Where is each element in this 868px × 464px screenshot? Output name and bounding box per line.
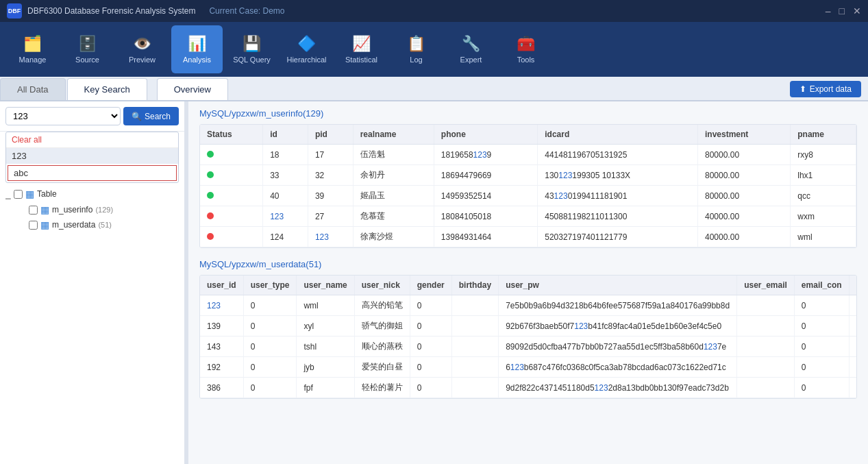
idcard-cell: 431230199411181901 xyxy=(538,186,698,206)
tab-key-search[interactable]: Key Search xyxy=(67,78,147,100)
maximize-icon[interactable]: □ xyxy=(839,5,845,16)
col-user-id: user_id xyxy=(200,276,243,295)
id-cell: 33 xyxy=(263,165,308,186)
user-email-cell xyxy=(737,337,795,357)
search-icon: 🔍 xyxy=(132,112,142,121)
col-user-nick: user_nick xyxy=(354,276,410,295)
email-con-cell: 0 xyxy=(794,316,849,337)
realname-cell: 姬晶玉 xyxy=(353,186,434,206)
sidebar-search-bar: 123 abc 🔍 Search xyxy=(0,101,184,132)
m-userdata-checkbox[interactable] xyxy=(29,221,38,230)
gender-cell: 0 xyxy=(410,337,451,357)
user-nick-cell: 顺心的蒸秩 xyxy=(354,337,410,357)
main-layout: 123 abc 🔍 Search Clear all 123 abc ⎯ ▦ T… xyxy=(0,101,868,464)
user-id-cell: 143 xyxy=(200,337,243,357)
export-label: Export data xyxy=(810,84,852,94)
manage-label: Manage xyxy=(19,56,47,64)
analysis-icon: 📊 xyxy=(188,35,206,53)
section2-link[interactable]: MySQL/ypzxw/m_userdata(51) xyxy=(199,259,857,269)
table-icon: ▦ xyxy=(25,188,34,199)
table-node-checkbox[interactable] xyxy=(14,190,23,199)
user-type-cell: 0 xyxy=(243,316,297,337)
pname-cell: lhx1 xyxy=(791,165,856,186)
col-user-l: user_l xyxy=(849,276,857,295)
tree-collapse-row[interactable]: ⎯ ▦ Table xyxy=(5,188,179,199)
status-cell xyxy=(200,145,263,165)
pid-cell: 27 xyxy=(308,206,353,227)
m-userdata-icon: ▦ xyxy=(40,219,49,230)
clear-all-button[interactable]: Clear all xyxy=(6,132,178,148)
m-userinfo-icon: ▦ xyxy=(40,204,49,215)
pname-cell: wxm xyxy=(791,206,856,227)
minimize-icon[interactable]: – xyxy=(826,5,831,16)
toolbar-item-expert[interactable]: 🔧Expert xyxy=(445,25,497,73)
user-nick-cell: 骄气的御姐 xyxy=(354,316,410,337)
pname-cell: rxy8 xyxy=(791,145,856,165)
id-cell: 18 xyxy=(263,145,308,165)
col-user-pw: user_pw xyxy=(499,276,737,295)
section2-table-wrap: user_id user_type user_name user_nick ge… xyxy=(199,275,857,399)
toolbar-item-analysis[interactable]: 📊Analysis xyxy=(171,25,223,73)
col-realname: realname xyxy=(353,125,434,145)
tools-label: Tools xyxy=(517,56,535,64)
gender-cell: 0 xyxy=(410,357,451,378)
toolbar-item-source[interactable]: 🗄️Source xyxy=(62,25,113,73)
col-status: Status xyxy=(200,125,263,145)
col-birthday: birthday xyxy=(451,276,498,295)
table-row: 40 39 姬晶玉 14959352514 431230199411181901… xyxy=(200,186,856,206)
birthday-cell xyxy=(451,295,498,316)
user-name-cell: jyb xyxy=(297,357,354,378)
birthday-cell xyxy=(451,316,498,337)
toolbar-item-hierarchical[interactable]: 🔷Hierarchical xyxy=(281,25,332,73)
tab-all-data[interactable]: All Data xyxy=(0,78,66,100)
hierarchical-icon: 🔷 xyxy=(297,35,316,53)
toolbar-item-sql-query[interactable]: 💾SQL Query xyxy=(226,25,277,73)
section1-link[interactable]: MySQL/ypzxw/m_userinfo(129) xyxy=(199,108,857,119)
idcard-cell: 130123199305 10133X xyxy=(538,165,698,186)
phone-cell: 13984931464 xyxy=(434,227,537,247)
expert-icon: 🔧 xyxy=(462,35,480,53)
search-button[interactable]: 🔍 Search xyxy=(123,107,179,125)
close-icon[interactable]: ✕ xyxy=(853,5,861,16)
user-name-cell: tshl xyxy=(297,337,354,357)
investment-cell: 80000.00 xyxy=(698,165,791,186)
col-user-name: user_name xyxy=(297,276,354,295)
collapse-icon: ⎯ xyxy=(5,189,11,199)
investment-cell: 40000.00 xyxy=(698,206,791,227)
col-idcard: idcard xyxy=(538,125,698,145)
toolbar-item-tools[interactable]: 🧰Tools xyxy=(500,25,551,73)
user-name-cell: xyl xyxy=(297,316,354,337)
user-name-cell: wml xyxy=(297,295,354,316)
status-cell xyxy=(200,206,263,227)
toolbar-item-manage[interactable]: 🗂️Manage xyxy=(7,25,58,73)
section2-table: user_id user_type user_name user_nick ge… xyxy=(200,276,857,398)
realname-cell: 余初丹 xyxy=(353,165,434,186)
toolbar-item-log[interactable]: 📋Log xyxy=(390,25,442,73)
history-item-abc[interactable]: abc xyxy=(8,165,177,181)
user-pw-cell: 7e5b0b9a6b94d3218b64b6fee575687f59a1a840… xyxy=(499,295,737,316)
log-icon: 📋 xyxy=(407,35,425,53)
m-userinfo-checkbox[interactable] xyxy=(29,206,38,215)
table-row: 192 0 jyb 爱笑的白昼 0 6123b687c476fc0368c0f5… xyxy=(200,357,857,378)
investment-cell: 80000.00 xyxy=(698,186,791,206)
realname-cell: 危慕莲 xyxy=(353,206,434,227)
user-l-cell xyxy=(849,316,857,337)
user-nick-cell: 爱笑的白昼 xyxy=(354,357,410,378)
statistical-icon: 📈 xyxy=(352,35,371,53)
toolbar-item-statistical[interactable]: 📈Statistical xyxy=(336,25,387,73)
sidebar-tree: ⎯ ▦ Table ▦ m_userinfo (129) ▦ m_userdat… xyxy=(0,183,184,464)
table-row: 18 17 伍浩魁 18196581239 441481196705131925… xyxy=(200,145,856,165)
idcard-cell: 441481196705131925 xyxy=(538,145,698,165)
user-email-cell xyxy=(737,378,795,398)
user-email-cell xyxy=(737,357,795,378)
email-con-cell: 0 xyxy=(794,295,849,316)
search-input[interactable]: 123 abc xyxy=(5,107,121,125)
toolbar-item-preview[interactable]: 👁️Preview xyxy=(116,25,168,73)
history-item-123[interactable]: 123 xyxy=(6,148,178,164)
export-button[interactable]: ⬆ Export data xyxy=(790,81,861,97)
tab-overview[interactable]: Overview xyxy=(157,78,228,100)
user-id-cell: 123 xyxy=(200,295,243,316)
log-label: Log xyxy=(410,56,422,64)
tabbar: All Data Key Search Overview ⬆ Export da… xyxy=(0,77,868,101)
m-userdata-label: m_userdata xyxy=(52,220,95,230)
